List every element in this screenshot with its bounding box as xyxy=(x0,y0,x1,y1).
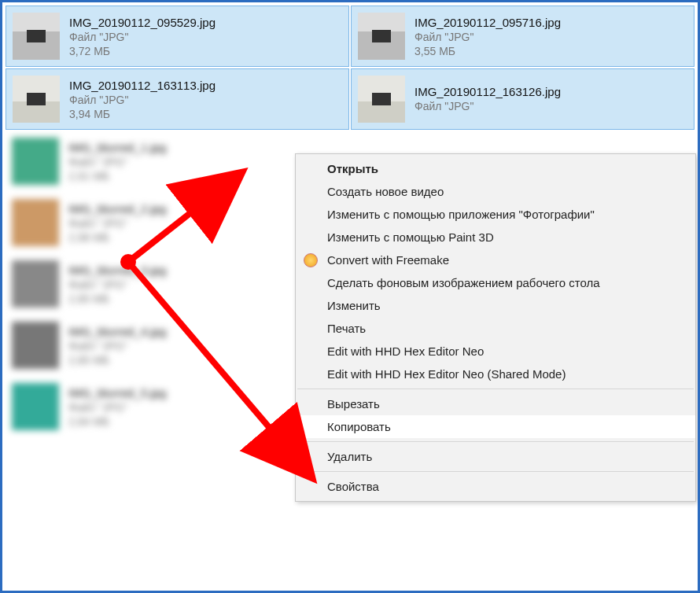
file-name: IMG_blurred_2.jpg xyxy=(68,202,166,215)
file-thumbnail xyxy=(12,260,59,308)
file-name: IMG_blurred_4.jpg xyxy=(68,325,166,338)
menu-label: Изменить с помощью Paint 3D xyxy=(327,230,494,244)
file-type: Файл "JPG" xyxy=(414,100,561,112)
context-menu: Открыть Создать новое видео Изменить с п… xyxy=(295,153,696,502)
menu-label: Печать xyxy=(327,322,366,335)
file-thumbnail xyxy=(12,138,59,185)
menu-item-convert-freemake[interactable]: Convert with Freemake xyxy=(296,249,695,271)
file-thumbnail xyxy=(13,76,60,123)
menu-item-open[interactable]: Открыть xyxy=(296,157,695,180)
file-type: Файл "JPG" xyxy=(68,340,166,352)
menu-separator xyxy=(297,389,694,389)
menu-label: Изменить с помощью приложения "Фотографи… xyxy=(327,208,595,221)
file-type: Файл "JPG" xyxy=(69,94,216,106)
menu-item-copy[interactable]: Копировать xyxy=(296,415,695,438)
freemake-icon xyxy=(304,253,318,267)
menu-label: Свойства xyxy=(327,480,379,493)
file-type: Файл "JPG" xyxy=(414,31,561,43)
file-size: 2,85 МБ xyxy=(68,293,166,305)
file-size: 3,72 МБ xyxy=(69,45,216,57)
file-name: IMG_blurred_3.jpg xyxy=(68,263,166,277)
menu-item-hhd-hex[interactable]: Edit with HHD Hex Editor Neo xyxy=(296,340,695,363)
menu-item-set-wallpaper[interactable]: Сделать фоновым изображением рабочего ст… xyxy=(296,271,695,294)
menu-label: Открыть xyxy=(327,162,378,175)
menu-label: Удалить xyxy=(327,450,372,463)
file-name: IMG_20190112_163113.jpg xyxy=(69,79,216,92)
menu-label: Edit with HHD Hex Editor Neo (Shared Mod… xyxy=(327,367,566,381)
file-type: Файл "JPG" xyxy=(68,156,166,168)
menu-label: Изменить xyxy=(327,299,381,312)
file-size: 2,91 МБ xyxy=(68,170,166,182)
file-name: IMG_20190112_163126.jpg xyxy=(414,85,561,98)
menu-label: Сделать фоновым изображением рабочего ст… xyxy=(327,276,600,289)
file-name: IMG_blurred_5.jpg xyxy=(68,386,166,400)
file-type: Файл "JPG" xyxy=(68,217,166,230)
menu-item-cut[interactable]: Вырезать xyxy=(296,392,695,415)
file-item[interactable]: IMG_20190112_163113.jpg Файл "JPG" 3,94 … xyxy=(6,68,349,130)
file-item[interactable]: IMG_20190112_163126.jpg Файл "JPG" xyxy=(351,68,694,130)
menu-item-edit-paint3d[interactable]: Изменить с помощью Paint 3D xyxy=(296,226,695,249)
file-name: IMG_blurred_1.jpg xyxy=(68,141,166,154)
file-type: Файл "JPG" xyxy=(68,278,166,291)
file-size: 2,85 МБ xyxy=(68,354,166,366)
file-type: Файл "JPG" xyxy=(69,31,216,43)
file-size: 3,55 МБ xyxy=(414,45,561,57)
menu-label: Копировать xyxy=(327,420,391,433)
file-item[interactable]: IMG_20190112_095716.jpg Файл "JPG" 3,55 … xyxy=(351,6,694,67)
menu-label: Convert with Freemake xyxy=(327,253,449,267)
file-thumbnail xyxy=(12,322,59,369)
file-name: IMG_20190112_095716.jpg xyxy=(414,16,561,29)
file-item[interactable]: IMG_20190112_095529.jpg Файл "JPG" 3,72 … xyxy=(6,6,349,67)
menu-label: Создать новое видео xyxy=(327,185,444,198)
file-size: 2,98 МБ xyxy=(68,231,166,244)
menu-item-edit-photos-app[interactable]: Изменить с помощью приложения "Фотографи… xyxy=(296,203,695,226)
menu-item-hhd-hex-shared[interactable]: Edit with HHD Hex Editor Neo (Shared Mod… xyxy=(296,363,695,385)
menu-item-create-video[interactable]: Создать новое видео xyxy=(296,180,695,203)
file-size: 3,94 МБ xyxy=(69,108,216,120)
menu-item-print[interactable]: Печать xyxy=(296,317,695,340)
menu-item-delete[interactable]: Удалить xyxy=(296,445,695,468)
menu-label: Вырезать xyxy=(327,397,380,411)
file-thumbnail xyxy=(12,383,59,430)
menu-separator xyxy=(297,441,694,442)
file-thumbnail xyxy=(13,13,60,60)
menu-label: Edit with HHD Hex Editor Neo xyxy=(327,344,484,358)
menu-separator xyxy=(297,471,694,472)
file-thumbnail xyxy=(358,76,405,123)
file-size: 2,84 МБ xyxy=(68,415,166,428)
file-thumbnail xyxy=(358,13,405,60)
menu-item-properties[interactable]: Свойства xyxy=(296,475,695,498)
file-thumbnail xyxy=(12,199,59,246)
file-type: Файл "JPG" xyxy=(68,401,166,414)
menu-item-edit[interactable]: Изменить xyxy=(296,294,695,317)
file-name: IMG_20190112_095529.jpg xyxy=(69,16,216,29)
